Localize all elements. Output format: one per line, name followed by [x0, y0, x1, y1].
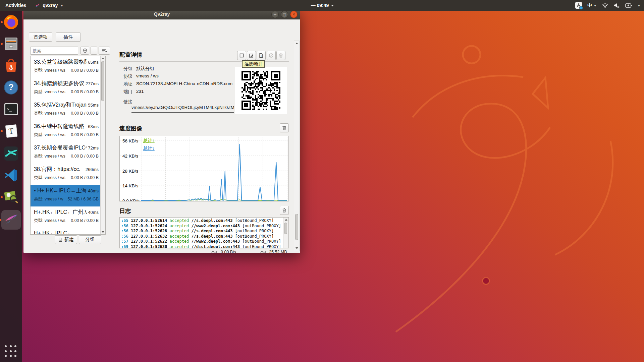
connect-tooltip: 连接/断开 — [242, 60, 265, 68]
clock[interactable]: — 09:49 — [311, 3, 333, 8]
dock-files[interactable] — [3, 36, 19, 52]
legend-item[interactable]: 总计↑ — [143, 138, 155, 143]
test-latency-button[interactable] — [267, 51, 276, 60]
server-list-item[interactable]: 36.中继中转隧道线路63ms类型: vmess / ws0.00 B / 0.… — [31, 121, 101, 142]
legend-item[interactable]: 总计↓ — [143, 146, 155, 151]
ime-icon[interactable] — [575, 2, 582, 9]
server-type: 类型: vmess / ws — [34, 89, 69, 95]
minimize-button[interactable]: ─ — [271, 11, 279, 18]
show-apps-button[interactable] — [5, 345, 17, 358]
server-title: 36.中继中转隧道线路 — [34, 123, 87, 130]
delete-config-button[interactable] — [276, 51, 285, 60]
log-scrollbar[interactable] — [283, 218, 288, 248]
server-list-item[interactable]: 33.公益等级線路嚴格限65ms类型: vmess / ws0.00 B / 0… — [31, 56, 101, 78]
app-menu-label: qv2ray — [43, 3, 58, 8]
scrollbar-thumb[interactable] — [284, 223, 287, 234]
sort-button[interactable] — [99, 47, 110, 55]
dock-text-editor[interactable]: T — [3, 123, 19, 139]
dock-terminal[interactable]: >_ — [3, 101, 19, 117]
server-title: 35.包括V2ray和Trojan — [34, 102, 87, 109]
share-link-field[interactable]: vmess://eyJhZGQiOiJTQ0ROLjcyMTM4LkpNT0ZM… — [131, 105, 234, 113]
server-traffic: 0.00 B / 0.00 B — [71, 132, 99, 137]
clear-graph-button[interactable] — [280, 123, 289, 132]
server-title: 34.捐赠解锁更多协议 — [34, 80, 84, 87]
dock-qv2ray[interactable] — [3, 212, 19, 228]
svg-text:>_: >_ — [7, 107, 12, 112]
scroll-up-arrow[interactable] — [283, 218, 288, 222]
running-indicator — [1, 43, 3, 45]
wifi-icon[interactable] — [602, 3, 608, 8]
detail-row-port: 端口 231 — [123, 89, 144, 95]
server-list-item[interactable]: 37.长期套餐覆盖IPLC专72ms类型: vmess / ws0.00 B /… — [31, 142, 101, 164]
server-list-item[interactable]: H+.HK←IPLC← — [31, 228, 101, 234]
maximize-button[interactable]: ▢ — [281, 11, 288, 18]
detail-label: 链接 — [123, 99, 133, 105]
dock-image-viewer[interactable] — [3, 189, 19, 205]
detail-label: 端口 — [123, 89, 133, 95]
clear-log-button[interactable] — [280, 206, 289, 215]
server-latency: 48ms — [88, 188, 99, 193]
server-list-item[interactable]: 34.捐赠解锁更多协议277ms类型: vmess / ws0.00 B / 0… — [31, 78, 101, 99]
server-latency: 55ms — [88, 103, 99, 108]
scrollbar-thumb[interactable] — [295, 214, 298, 240]
volume-muted-icon[interactable] — [613, 3, 620, 8]
dock-vscode[interactable] — [3, 167, 19, 183]
new-button[interactable]: 新建 — [55, 235, 77, 244]
scroll-up-arrow[interactable] — [101, 56, 105, 61]
server-list-item[interactable]: • H+.HK←IPLC←上海48ms类型: vmess / w.52 MB /… — [31, 185, 101, 206]
server-latency: 72ms — [88, 145, 99, 150]
dock-ubuntu-software[interactable]: A — [3, 58, 19, 74]
window-title: Qv2ray — [154, 11, 170, 17]
detail-label: 分组 — [123, 66, 133, 72]
server-list-scrollbar[interactable] — [100, 56, 105, 234]
server-traffic: 0.00 B / 0.00 B — [71, 111, 99, 116]
search-input[interactable] — [30, 47, 78, 55]
edit-json-button[interactable]: {:} — [257, 51, 266, 60]
detail-row-group: 分组 默认分组 — [123, 66, 154, 72]
server-latency: 266ms — [86, 167, 99, 172]
new-button-label: 新建 — [64, 237, 74, 243]
speed-chart: 56 KB/s42 KB/s28 KB/s14 KB/s0.0 KB/s总计↑总… — [119, 136, 289, 201]
main-scrollbar[interactable] — [294, 41, 300, 251]
server-title: H+.HK←IPLC←广州.V — [34, 209, 87, 216]
log-view[interactable]: :55 127.0.0.1:52614 accepted //s.deepl.c… — [119, 217, 289, 248]
edit-pencil-icon — [249, 53, 254, 58]
battery-charging-icon[interactable] — [625, 3, 632, 8]
app-menu[interactable]: qv2ray ▼ — [35, 3, 63, 8]
server-title: H+.HK←IPLC← — [34, 230, 97, 234]
details-heading: 配置详情 — [119, 51, 142, 59]
activities-button[interactable]: Activities — [5, 3, 26, 8]
connect-disconnect-button[interactable] — [237, 51, 246, 60]
server-traffic: 0.00 B / 0.00 B — [71, 89, 99, 94]
server-list-item[interactable]: 38.官网：https://cc.266ms类型: vmess / ws0.00… — [31, 164, 101, 185]
tab-preferences-label: 首选项 — [34, 34, 48, 40]
group-button[interactable]: 分组 — [79, 235, 101, 244]
scrollbar-thumb[interactable] — [101, 61, 104, 101]
server-type: 类型: vmess / w — [34, 196, 65, 202]
speed-chart-svg: 56 KB/s42 KB/s28 KB/s14 KB/s0.0 KB/s总计↑总… — [120, 136, 288, 201]
dock-dev-app[interactable] — [3, 145, 19, 162]
system-menu-chevron-icon[interactable]: ▼ — [637, 4, 641, 7]
blank-button[interactable] — [91, 47, 97, 55]
scroll-down-arrow[interactable] — [294, 246, 299, 250]
input-language-menu[interactable]: 中 ▼ — [587, 2, 597, 8]
locate-button[interactable] — [80, 47, 89, 55]
tab-plugins[interactable]: 插件 — [56, 33, 81, 42]
close-button[interactable]: ✕ — [290, 11, 298, 18]
scroll-down-arrow[interactable] — [101, 230, 105, 234]
image-viewer-icon — [3, 190, 19, 204]
dock-firefox[interactable] — [3, 14, 19, 30]
updown-arrows-icon — [259, 250, 267, 253]
edit-button[interactable] — [247, 51, 256, 60]
chevron-down-icon: ▼ — [60, 4, 63, 7]
dock-help[interactable]: ? — [3, 79, 19, 96]
server-title: 38.官网：https://cc. — [34, 166, 84, 173]
server-traffic: 0.00 B / 0.00 B — [71, 154, 99, 159]
server-type: 类型: vmess / ws — [34, 68, 69, 73]
server-traffic: 0.00 B / 0.00 B — [71, 175, 99, 180]
server-latency: 65ms — [88, 60, 99, 65]
server-list-item[interactable]: H+.HK←IPLC←广州.V40ms类型: vmess / ws0.00 B … — [31, 206, 101, 228]
scroll-up-arrow[interactable] — [294, 41, 299, 46]
tab-preferences[interactable]: 首选项 — [29, 33, 52, 42]
server-list-item[interactable]: 35.包括V2ray和Trojan55ms类型: vmess / ws0.00 … — [31, 99, 101, 121]
